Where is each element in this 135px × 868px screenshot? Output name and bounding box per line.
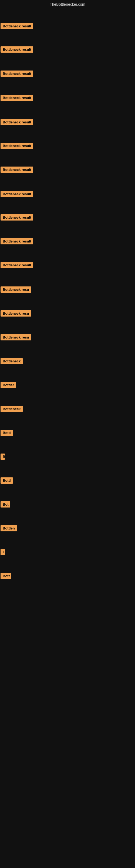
bottleneck-badge-2[interactable]: Bottleneck result xyxy=(1,46,33,53)
bottleneck-badge-14[interactable]: Bottleneck resu xyxy=(1,334,31,340)
site-title: TheBottlenecker.com xyxy=(0,0,135,8)
bottleneck-badge-23[interactable]: I xyxy=(1,549,5,555)
bottleneck-item-1: Bottleneck result xyxy=(1,23,33,30)
bottleneck-item-22: Bottlen xyxy=(1,525,17,532)
bottleneck-badge-1[interactable]: Bottleneck result xyxy=(1,23,33,29)
bottleneck-badge-5[interactable]: Bottleneck result xyxy=(1,119,33,125)
bottleneck-item-7: Bottleneck result xyxy=(1,166,33,174)
bottleneck-item-16: Bottler xyxy=(1,382,16,389)
bottleneck-badge-11[interactable]: Bottleneck result xyxy=(1,262,33,268)
bottleneck-item-17: Bottleneck xyxy=(1,406,23,413)
bottleneck-item-5: Bottleneck result xyxy=(1,119,33,126)
bottleneck-badge-17[interactable]: Bottleneck xyxy=(1,406,23,412)
bottleneck-item-14: Bottleneck resu xyxy=(1,334,31,341)
bottleneck-list: Bottleneck resultBottleneck resultBottle… xyxy=(0,8,135,868)
bottleneck-badge-8[interactable]: Bottleneck result xyxy=(1,191,33,197)
bottleneck-item-20: Bottl xyxy=(1,477,13,485)
bottleneck-badge-16[interactable]: Bottler xyxy=(1,382,16,388)
bottleneck-item-9: Bottleneck result xyxy=(1,214,33,222)
bottleneck-badge-19[interactable]: B xyxy=(1,454,5,460)
bottleneck-badge-3[interactable]: Bottleneck result xyxy=(1,70,33,77)
bottleneck-item-21: Bot xyxy=(1,501,10,508)
bottleneck-badge-21[interactable]: Bot xyxy=(1,501,10,507)
bottleneck-item-3: Bottleneck result xyxy=(1,70,33,78)
bottleneck-item-2: Bottleneck result xyxy=(1,46,33,54)
bottleneck-badge-9[interactable]: Bottleneck result xyxy=(1,214,33,220)
bottleneck-badge-22[interactable]: Bottlen xyxy=(1,525,17,531)
bottleneck-badge-13[interactable]: Bottleneck resu xyxy=(1,310,31,316)
bottleneck-item-24: Bott xyxy=(1,573,11,580)
bottleneck-item-11: Bottleneck result xyxy=(1,262,33,269)
bottleneck-item-19: B xyxy=(1,454,5,461)
bottleneck-badge-6[interactable]: Bottleneck result xyxy=(1,143,33,149)
site-title-bar: TheBottlenecker.com xyxy=(0,0,135,8)
bottleneck-badge-4[interactable]: Bottleneck result xyxy=(1,95,33,101)
bottleneck-item-23: I xyxy=(1,549,5,556)
bottleneck-badge-12[interactable]: Bottleneck resu xyxy=(1,286,31,293)
bottleneck-badge-10[interactable]: Bottleneck result xyxy=(1,238,33,244)
bottleneck-item-10: Bottleneck result xyxy=(1,238,33,246)
bottleneck-badge-20[interactable]: Bottl xyxy=(1,477,13,484)
bottleneck-badge-18[interactable]: Bottl xyxy=(1,430,13,436)
bottleneck-badge-7[interactable]: Bottleneck result xyxy=(1,166,33,173)
bottleneck-badge-15[interactable]: Bottleneck xyxy=(1,358,23,364)
bottleneck-item-15: Bottleneck xyxy=(1,358,23,365)
bottleneck-item-13: Bottleneck resu xyxy=(1,310,31,318)
bottleneck-item-4: Bottleneck result xyxy=(1,95,33,102)
bottleneck-item-12: Bottleneck resu xyxy=(1,286,31,294)
bottleneck-item-8: Bottleneck result xyxy=(1,191,33,198)
bottleneck-item-6: Bottleneck result xyxy=(1,143,33,150)
bottleneck-item-18: Bottl xyxy=(1,430,13,437)
bottleneck-badge-24[interactable]: Bott xyxy=(1,573,11,579)
